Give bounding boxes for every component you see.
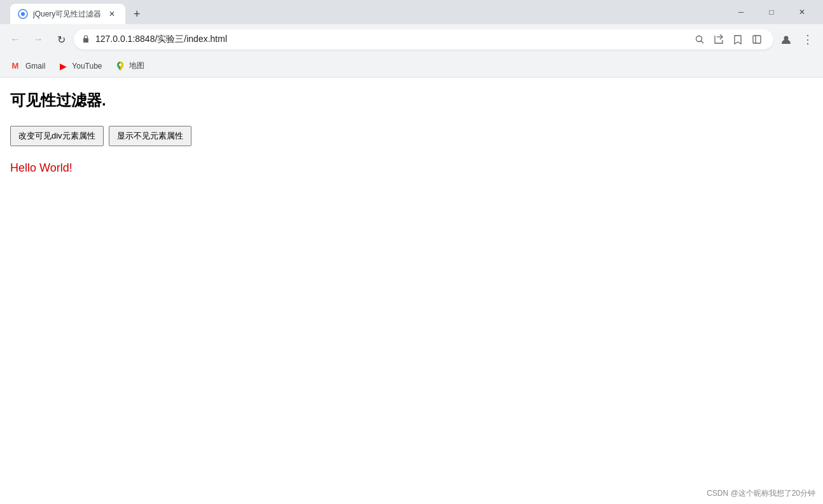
maximize-button[interactable]: □ [757,0,786,24]
youtube-icon: ▶ [58,61,68,71]
tabs-bar: jQuery可见性过滤器 ✕ + [5,0,151,24]
nav-bar: ← → ↻ 127.0.0.1:8848/实验三/index.html [0,24,823,55]
svg-point-1 [21,12,25,16]
sidebar-toggle-button[interactable] [748,31,766,48]
bookmark-maps[interactable]: 地图 [110,58,149,74]
show-hidden-button[interactable]: 显示不见元素属性 [109,126,191,146]
bookmark-gmail-label: Gmail [25,62,45,71]
close-button[interactable]: ✕ [787,0,817,24]
lock-icon [81,34,90,45]
svg-rect-2 [83,38,88,43]
gmail-icon: M [10,61,20,71]
forward-button[interactable]: → [28,29,48,50]
share-button[interactable] [710,31,728,48]
bookmark-youtube[interactable]: ▶ YouTube [53,58,107,74]
svg-point-3 [696,36,702,42]
refresh-button[interactable]: ↻ [51,29,71,50]
more-menu-button[interactable]: ⋮ [798,29,818,50]
url-text: 127.0.0.1:8848/实验三/index.html [95,34,686,45]
page-content: 可见性过滤器. 改变可见div元素属性 显示不见元素属性 Hello World… [0,78,823,504]
svg-line-4 [701,41,703,43]
maps-icon [115,61,125,71]
bookmark-button[interactable] [729,31,747,48]
svg-rect-6 [753,36,761,43]
page-heading: 可见性过滤器. [10,90,813,111]
profile-button[interactable] [776,29,796,50]
address-bar-actions [691,31,766,48]
hello-world-text: Hello World! [10,161,813,175]
forward-icon: → [33,34,43,45]
tab-close-button[interactable]: ✕ [106,8,118,20]
active-tab[interactable]: jQuery可见性过滤器 ✕ [10,4,125,24]
bookmark-youtube-label: YouTube [72,62,102,71]
tab-favicon [18,9,28,19]
title-bar: jQuery可见性过滤器 ✕ + ─ □ ✕ [0,0,823,24]
minimize-button[interactable]: ─ [726,0,756,24]
bookmark-maps-label: 地图 [129,60,144,71]
watermark-text: CSDN @这个昵称我想了20分钟 [707,488,815,499]
nav-right-buttons: ⋮ [776,29,818,50]
search-page-button[interactable] [691,31,709,48]
back-button[interactable]: ← [5,29,25,50]
new-tab-button[interactable]: + [128,5,146,23]
back-icon: ← [10,34,20,45]
svg-point-9 [119,64,121,66]
bookmarks-bar: M Gmail ▶ YouTube 地图 [0,55,823,78]
tab-title: jQuery可见性过滤器 [33,9,101,20]
refresh-icon: ↻ [57,34,66,46]
bookmark-gmail[interactable]: M Gmail [5,58,50,74]
address-bar[interactable]: 127.0.0.1:8848/实验三/index.html [74,29,773,50]
buttons-row: 改变可见div元素属性 显示不见元素属性 [10,126,813,146]
browser-window: jQuery可见性过滤器 ✕ + ─ □ ✕ ← → ↻ [0,0,823,504]
window-controls: ─ □ ✕ [726,0,817,24]
change-visible-button[interactable]: 改变可见div元素属性 [10,126,104,146]
